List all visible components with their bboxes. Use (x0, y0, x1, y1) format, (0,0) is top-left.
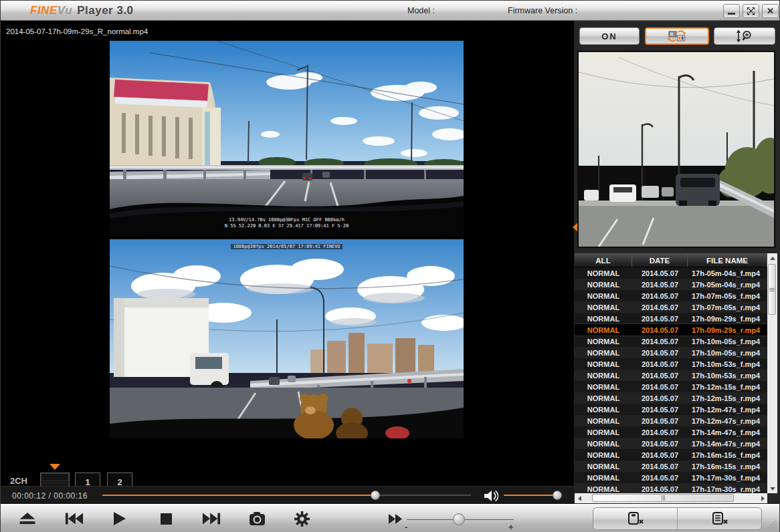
volume-fill (504, 495, 557, 496)
scroll-up-button[interactable] (767, 253, 777, 263)
file-name: 17h-12m-15s_r.mp4 (688, 394, 766, 402)
scroll-down-icon (770, 487, 775, 491)
file-name: 17h-12m-47s_r.mp4 (688, 417, 766, 425)
file-row[interactable]: NORMAL2014.05.0717h-05m-04s_r.mp4 (575, 279, 767, 290)
file-row[interactable]: NORMAL2014.05.0717h-16m-15s_r.mp4 (575, 460, 767, 472)
horizontal-scroll-thumb[interactable] (592, 494, 734, 502)
file-row[interactable]: NORMAL2014.05.0717h-05m-04s_f.mp4 (575, 267, 767, 279)
previous-file-button[interactable] (60, 507, 89, 531)
resize-grip[interactable] (768, 521, 777, 530)
bottom-toolbar: - + (1, 504, 779, 532)
file-type: NORMAL (575, 417, 632, 425)
header-all[interactable]: ALL (575, 253, 632, 267)
close-video-window-button[interactable] (593, 508, 677, 529)
current-filename: 2014-05-07-17h-09m-29s_R_normal.mp4 (6, 27, 148, 35)
file-date: 2014.05.07 (632, 417, 688, 425)
close-list-window-button[interactable] (678, 508, 761, 529)
title-bar: FINEVuPlayer 3.0 Model : Firmware Versio… (1, 1, 779, 21)
file-name: 17h-09m-29s_r.mp4 (688, 326, 766, 334)
logo-vu: Vu (58, 4, 72, 17)
rear-camera-video: 1080p@30fps 2014/05/07 17:09:41 FINEVU (110, 239, 464, 438)
front-camera-video: 13.94V/14.7Bv 1080p@30Fps MIC OFF 088km/… (110, 41, 464, 236)
file-row[interactable]: NORMAL2014.05.0717h-12m-47s_r.mp4 (575, 415, 767, 426)
speed-minus-label[interactable]: - (405, 522, 407, 532)
file-name: 17h-10m-05s_f.mp4 (688, 338, 766, 346)
progress-thumb[interactable] (371, 491, 380, 500)
file-name: 17h-17m-30s_f.mp4 (688, 474, 766, 482)
file-row[interactable]: NORMAL2014.05.0717h-09m-29s_r.mp4 (575, 324, 767, 336)
file-row[interactable]: NORMAL2014.05.0717h-10m-05s_f.mp4 (575, 336, 767, 347)
display-on-button[interactable]: ON (579, 27, 640, 45)
speaker-icon[interactable] (484, 490, 498, 502)
next-file-button[interactable] (197, 507, 226, 531)
file-row[interactable]: NORMAL2014.05.0717h-10m-53s_f.mp4 (575, 358, 767, 370)
settings-button[interactable] (287, 507, 316, 531)
file-type: NORMAL (575, 326, 632, 334)
speed-plus-label[interactable]: + (508, 522, 514, 532)
file-row[interactable]: NORMAL2014.05.0717h-12m-15s_r.mp4 (575, 392, 767, 404)
file-type: NORMAL (575, 338, 632, 346)
eject-button[interactable] (13, 507, 42, 531)
fit-zoom-button[interactable] (714, 27, 775, 45)
header-filename[interactable]: FILE NAME (688, 253, 767, 267)
minimize-button[interactable] (723, 4, 740, 18)
model-label: Model : (407, 6, 435, 15)
maximize-button[interactable] (743, 4, 759, 18)
swap-display-button[interactable] (645, 27, 709, 45)
file-date: 2014.05.07 (632, 440, 688, 448)
file-row[interactable]: NORMAL2014.05.0717h-09m-29s_f.mp4 (575, 313, 767, 324)
scroll-right-button[interactable] (758, 493, 767, 503)
file-row[interactable]: NORMAL2014.05.0717h-14m-47s_r.mp4 (575, 438, 767, 449)
scroll-up-icon (770, 257, 775, 260)
scroll-right-icon (761, 496, 765, 501)
file-row[interactable]: NORMAL2014.05.0717h-17m-30s_r.mp4 (575, 483, 767, 493)
file-name: 17h-16m-15s_f.mp4 (688, 451, 766, 459)
file-list-vertical-scrollbar[interactable] (767, 253, 777, 493)
file-date: 2014.05.07 (632, 451, 688, 459)
channel-marker-icon (50, 464, 60, 470)
side-panel: ON (574, 21, 780, 503)
file-row[interactable]: NORMAL2014.05.0717h-07m-05s_f.mp4 (575, 290, 767, 301)
play-button[interactable] (105, 507, 134, 531)
maximize-icon (746, 6, 756, 16)
file-type: NORMAL (575, 383, 632, 391)
preview-video (577, 51, 775, 248)
file-date: 2014.05.07 (632, 326, 688, 334)
file-row[interactable]: NORMAL2014.05.0717h-07m-05s_r.mp4 (575, 301, 767, 313)
fast-forward-icon (388, 513, 403, 525)
header-date[interactable]: DATE (632, 253, 688, 267)
file-date: 2014.05.07 (632, 338, 688, 346)
file-date: 2014.05.07 (632, 281, 688, 289)
file-row[interactable]: NORMAL2014.05.0717h-10m-53s_r.mp4 (575, 370, 767, 381)
scroll-left-button[interactable] (575, 493, 584, 503)
file-date: 2014.05.07 (632, 349, 688, 357)
file-type: NORMAL (575, 269, 632, 277)
file-date: 2014.05.07 (632, 485, 688, 493)
firmware-label: Firmware Version : (508, 6, 577, 15)
file-row[interactable]: NORMAL2014.05.0717h-17m-30s_f.mp4 (575, 472, 767, 483)
capture-button[interactable] (242, 507, 272, 531)
volume-thumb[interactable] (553, 491, 562, 500)
file-list-horizontal-scrollbar[interactable] (575, 493, 767, 503)
next-file-icon (202, 512, 221, 525)
fit-zoom-icon (735, 29, 754, 43)
front-camera-frame (110, 41, 464, 236)
app-window: FINEVuPlayer 3.0 Model : Firmware Versio… (0, 0, 780, 532)
close-list-window-icon (710, 512, 729, 525)
volume-track[interactable] (504, 495, 557, 496)
vertical-scroll-thumb[interactable] (768, 264, 776, 315)
close-button[interactable]: ✕ (762, 4, 779, 18)
progress-track[interactable] (102, 495, 471, 496)
file-row[interactable]: NORMAL2014.05.0717h-12m-47s_f.mp4 (575, 404, 767, 415)
scroll-down-button[interactable] (767, 484, 777, 493)
current-time: 00:00:12 (12, 491, 46, 501)
logo-fine: FINE (30, 4, 58, 17)
settings-gear-icon (294, 511, 310, 527)
file-row[interactable]: NORMAL2014.05.0717h-14m-47s_f.mp4 (575, 426, 767, 438)
file-row[interactable]: NORMAL2014.05.0717h-16m-15s_f.mp4 (575, 449, 767, 460)
stop-button[interactable] (151, 507, 181, 531)
file-row[interactable]: NORMAL2014.05.0717h-10m-05s_r.mp4 (575, 347, 767, 358)
speed-slider-thumb[interactable] (453, 513, 465, 525)
file-row[interactable]: NORMAL2014.05.0717h-12m-15s_f.mp4 (575, 381, 767, 392)
file-name: 17h-16m-15s_r.mp4 (688, 462, 766, 471)
